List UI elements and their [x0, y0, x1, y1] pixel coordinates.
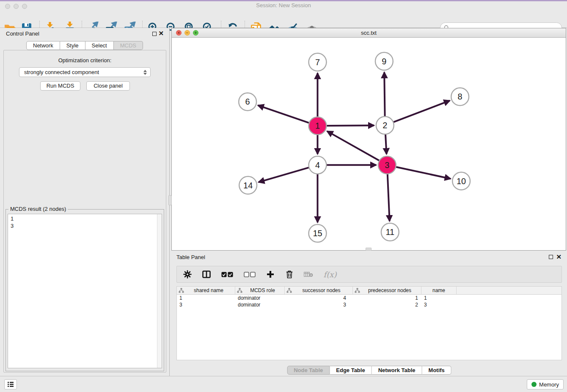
- list-icon: [7, 381, 14, 388]
- graph-node-label-14: 14: [243, 181, 253, 190]
- maximize-window-button[interactable]: [22, 4, 27, 9]
- graph-edge-2-9[interactable]: [384, 72, 385, 117]
- tab-motifs[interactable]: Motifs: [422, 366, 451, 375]
- cell-predecessor-nodes[interactable]: 2: [353, 301, 421, 308]
- optimization-criterion-label: Optimization criterion:: [4, 57, 166, 63]
- hierarchy-icon: [355, 288, 360, 293]
- memory-status-icon: [531, 382, 537, 387]
- column-header-name[interactable]: name: [421, 287, 457, 294]
- table-panel-float-button[interactable]: [549, 255, 553, 259]
- column-header-predecessor-nodes[interactable]: predecessor nodes: [353, 287, 421, 294]
- tab-network[interactable]: Network: [26, 41, 60, 50]
- graph-node-label-9: 9: [382, 57, 386, 66]
- table-panel-close-button[interactable]: ✕: [556, 254, 561, 259]
- select-all-columns-button[interactable]: [221, 270, 234, 279]
- graph-edge-3-10[interactable]: [396, 167, 451, 179]
- network-canvas[interactable]: 7968124314101511: [172, 38, 566, 250]
- network-window-titlebar[interactable]: × − + scc.txt: [172, 28, 566, 38]
- cell-successor-nodes[interactable]: 4: [285, 295, 353, 301]
- mcds-result-title: MCDS result (2 nodes): [8, 206, 68, 212]
- unchecked-boxes-icon: [244, 272, 256, 277]
- graph-node-label-3: 3: [385, 160, 389, 170]
- delete-table-icon: [304, 271, 313, 277]
- table-panel-title: Table Panel: [176, 254, 205, 260]
- cell-shared-name[interactable]: 1: [177, 295, 235, 301]
- cell-successor-nodes[interactable]: 3: [285, 301, 353, 308]
- app-title: Session: New Session: [0, 1, 567, 9]
- panel-splitter-vertical[interactable]: [168, 195, 172, 205]
- delete-table-button[interactable]: [304, 270, 313, 279]
- main-toolbar: [0, 9, 567, 28]
- cell-predecessor-nodes[interactable]: 1: [353, 295, 421, 301]
- tab-mcds[interactable]: MCDS: [114, 41, 143, 50]
- close-window-button[interactable]: [5, 4, 10, 9]
- add-column-button[interactable]: [266, 270, 275, 279]
- control-panel-close-button[interactable]: ✕: [158, 31, 164, 36]
- result-line: 1: [11, 215, 159, 222]
- tab-network-table[interactable]: Network Table: [372, 366, 422, 375]
- node-table: shared name MCDS role successor nodes pr…: [176, 286, 562, 360]
- cell-shared-name[interactable]: 3: [177, 301, 235, 308]
- status-bar: Memory: [0, 376, 567, 392]
- split-columns-icon: [202, 271, 211, 278]
- tab-node-table[interactable]: Node Table: [287, 366, 330, 375]
- graph-node-label-15: 15: [313, 229, 322, 238]
- delete-column-button[interactable]: [285, 270, 294, 279]
- deselect-all-columns-button[interactable]: [243, 270, 256, 279]
- graph-edge-2-3[interactable]: [385, 134, 386, 154]
- result-scrollbar[interactable]: [157, 214, 162, 368]
- control-panel-title: Control Panel: [6, 30, 39, 37]
- result-line: 3: [11, 222, 159, 229]
- float-icon: [549, 255, 553, 259]
- control-panel-float-button[interactable]: [152, 32, 157, 36]
- hierarchy-icon: [237, 288, 242, 293]
- network-view-window: × − + scc.txt 7968124314101511: [171, 28, 566, 251]
- network-close-button[interactable]: ×: [176, 30, 182, 36]
- column-settings-button[interactable]: [183, 270, 192, 279]
- tab-select[interactable]: Select: [85, 41, 114, 50]
- log-console-button[interactable]: [4, 379, 17, 389]
- minimize-window-button[interactable]: [14, 4, 19, 9]
- graph-edge-3-11[interactable]: [388, 174, 390, 221]
- table-panel: Table Panel ✕: [171, 251, 567, 376]
- network-minimize-button[interactable]: −: [184, 30, 190, 36]
- graph-edge-3-1[interactable]: [327, 131, 380, 161]
- graph-node-label-6: 6: [245, 97, 250, 106]
- panel-splitter-horizontal[interactable]: [366, 248, 372, 251]
- network-window-controls: × − +: [176, 30, 198, 36]
- column-header-successor-nodes[interactable]: successor nodes: [285, 287, 353, 294]
- graph-node-label-2: 2: [383, 121, 387, 130]
- network-maximize-button[interactable]: +: [193, 30, 198, 36]
- graph-edge-1-2[interactable]: [326, 125, 374, 126]
- plus-icon: [267, 271, 274, 278]
- app-titlebar: Session: New Session: [0, 1, 567, 9]
- hierarchy-icon: [179, 288, 184, 293]
- cell-name[interactable]: 1: [421, 295, 457, 301]
- table-row[interactable]: 1 dominator 4 1 1: [177, 295, 561, 301]
- memory-button[interactable]: Memory: [527, 379, 564, 389]
- cell-mcds-role[interactable]: dominator: [235, 295, 285, 301]
- column-header-shared-name[interactable]: shared name: [177, 287, 235, 294]
- cell-name[interactable]: 3: [421, 301, 457, 308]
- run-mcds-button[interactable]: Run MCDS: [40, 81, 80, 91]
- mcds-result-textarea[interactable]: 1 3: [8, 214, 162, 368]
- tab-style[interactable]: Style: [60, 41, 85, 50]
- split-view-button[interactable]: [202, 270, 211, 279]
- graph-edge-4-14[interactable]: [259, 168, 309, 182]
- column-header-mcds-role[interactable]: MCDS role: [235, 287, 285, 294]
- cell-mcds-role[interactable]: dominator: [235, 301, 285, 308]
- graph-node-label-1: 1: [315, 121, 320, 130]
- tab-edge-table[interactable]: Edge Table: [330, 366, 372, 375]
- trash-icon: [286, 270, 293, 279]
- criterion-dropdown[interactable]: strongly connected component: [19, 67, 151, 77]
- close-panel-button[interactable]: Close panel: [86, 81, 130, 91]
- graph-edge-2-8[interactable]: [393, 101, 450, 122]
- function-builder-button[interactable]: f(x): [323, 270, 337, 279]
- graph-edge-1-6[interactable]: [258, 105, 309, 123]
- window-controls: [5, 4, 27, 9]
- graph-node-label-4: 4: [315, 160, 320, 170]
- table-row[interactable]: 3 dominator 3 2 3: [177, 301, 561, 308]
- criterion-value: strongly connected component: [19, 69, 143, 75]
- graph-node-label-11: 11: [385, 227, 394, 237]
- hierarchy-icon: [286, 288, 292, 293]
